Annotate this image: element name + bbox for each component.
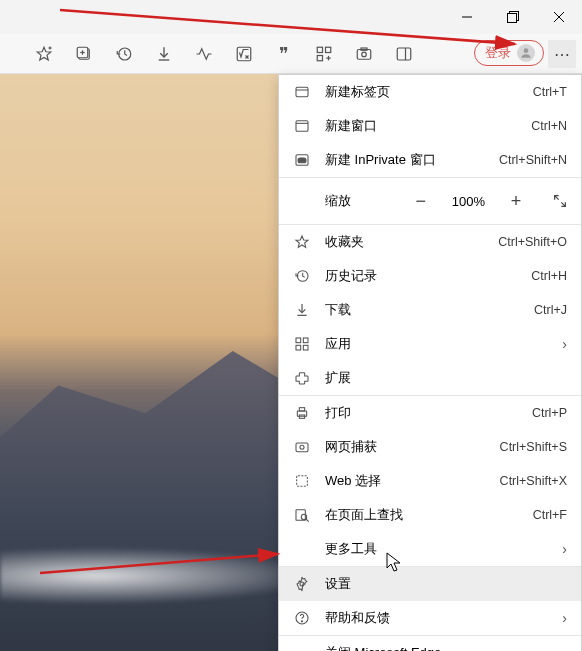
extension-icon — [293, 369, 311, 387]
apps-icon — [293, 335, 311, 353]
menu-print[interactable]: 打印 Ctrl+P — [279, 396, 581, 430]
svg-marker-5 — [37, 47, 51, 60]
svg-rect-2 — [508, 14, 517, 23]
menu-new-inprivate[interactable]: 新建 InPrivate 窗口 Ctrl+Shift+N — [279, 143, 581, 177]
settings-menu: 新建标签页 Ctrl+T 新建窗口 Ctrl+N 新建 InPrivate 窗口… — [278, 74, 582, 651]
help-icon — [293, 609, 311, 627]
menu-label: 新建窗口 — [325, 117, 531, 135]
sidebar-icon[interactable] — [394, 44, 414, 64]
menu-label: 下载 — [325, 301, 534, 319]
menu-label: 设置 — [325, 575, 567, 593]
apps-icon[interactable] — [314, 44, 334, 64]
svg-point-49 — [300, 445, 304, 449]
maximize-button[interactable] — [490, 0, 536, 34]
inprivate-icon — [293, 151, 311, 169]
menu-settings[interactable]: 设置 — [279, 567, 581, 601]
svg-point-24 — [362, 52, 367, 57]
svg-rect-34 — [298, 158, 306, 163]
menu-label: 新建 InPrivate 窗口 — [325, 151, 499, 169]
svg-rect-46 — [299, 408, 304, 411]
performance-icon[interactable] — [194, 44, 214, 64]
svg-rect-42 — [303, 338, 308, 343]
menu-find[interactable]: 在页面上查找 Ctrl+F — [279, 498, 581, 532]
chevron-right-icon: › — [562, 541, 567, 557]
screenshot-icon[interactable] — [354, 44, 374, 64]
history-icon[interactable] — [114, 44, 134, 64]
menu-apps[interactable]: 应用 › — [279, 327, 581, 361]
svg-rect-31 — [296, 121, 308, 132]
download-icon — [293, 301, 311, 319]
svg-rect-45 — [297, 411, 306, 416]
svg-rect-48 — [296, 443, 308, 452]
svg-rect-19 — [326, 47, 331, 52]
window-icon — [293, 117, 311, 135]
select-icon — [293, 472, 311, 490]
menu-web-capture[interactable]: 网页捕获 Ctrl+Shift+S — [279, 430, 581, 464]
svg-rect-26 — [397, 48, 411, 60]
menu-label: 网页捕获 — [325, 438, 500, 456]
avatar-icon — [517, 44, 535, 62]
svg-rect-29 — [296, 87, 308, 96]
chevron-right-icon: › — [562, 336, 567, 352]
menu-extensions[interactable]: 扩展 — [279, 361, 581, 395]
menu-label: 应用 — [325, 335, 562, 353]
menu-zoom-row: 缩放 − 100% + — [279, 178, 581, 224]
svg-rect-41 — [296, 338, 301, 343]
zoom-in-button[interactable]: + — [503, 188, 529, 214]
svg-rect-18 — [317, 47, 322, 52]
history-icon — [293, 267, 311, 285]
menu-help[interactable]: 帮助和反馈 › — [279, 601, 581, 635]
close-button[interactable] — [536, 0, 582, 34]
menu-label: 收藏夹 — [325, 233, 498, 251]
menu-label: 帮助和反馈 — [325, 609, 562, 627]
svg-rect-44 — [303, 345, 308, 350]
svg-rect-23 — [357, 49, 371, 59]
svg-rect-43 — [296, 345, 301, 350]
menu-new-tab[interactable]: 新建标签页 Ctrl+T — [279, 75, 581, 109]
collections-icon[interactable] — [74, 44, 94, 64]
menu-label: Web 选择 — [325, 472, 500, 490]
tab-icon — [293, 83, 311, 101]
menu-label: 在页面上查找 — [325, 506, 533, 524]
downloads-icon[interactable] — [154, 44, 174, 64]
zoom-value: 100% — [452, 194, 485, 209]
svg-marker-37 — [296, 236, 308, 247]
menu-downloads[interactable]: 下载 Ctrl+J — [279, 293, 581, 327]
menu-label: 历史记录 — [325, 267, 531, 285]
menu-new-window[interactable]: 新建窗口 Ctrl+N — [279, 109, 581, 143]
more-button[interactable]: ⋯ — [548, 40, 576, 68]
shortcut: Ctrl+H — [531, 269, 567, 283]
chevron-right-icon: › — [562, 610, 567, 626]
shortcut: Ctrl+P — [532, 406, 567, 420]
menu-label: 打印 — [325, 404, 532, 422]
zoom-label: 缩放 — [325, 192, 351, 210]
menu-favorites[interactable]: 收藏夹 Ctrl+Shift+O — [279, 225, 581, 259]
menu-label: 关闭 Microsoft Edge — [325, 644, 567, 651]
minimize-button[interactable] — [444, 0, 490, 34]
menu-close-edge[interactable]: 关闭 Microsoft Edge — [279, 636, 581, 651]
zoom-out-button[interactable]: − — [408, 188, 434, 214]
svg-point-56 — [301, 621, 302, 622]
svg-rect-50 — [297, 476, 308, 487]
menu-web-select[interactable]: Web 选择 Ctrl+Shift+X — [279, 464, 581, 498]
fullscreen-button[interactable] — [547, 188, 573, 214]
menu-history[interactable]: 历史记录 Ctrl+H — [279, 259, 581, 293]
shortcut: Ctrl+Shift+O — [498, 235, 567, 249]
shortcut: Ctrl+T — [533, 85, 567, 99]
find-icon — [293, 506, 311, 524]
menu-label: 更多工具 — [325, 540, 562, 558]
menu-label: 扩展 — [325, 369, 567, 387]
svg-line-53 — [306, 519, 309, 522]
shortcut: Ctrl+F — [533, 508, 567, 522]
menu-label: 新建标签页 — [325, 83, 533, 101]
svg-point-52 — [301, 514, 306, 519]
svg-point-28 — [524, 48, 529, 53]
titlebar — [0, 0, 582, 34]
print-icon — [293, 404, 311, 422]
toolbar: ❞ 登录 ⋯ — [0, 34, 582, 74]
math-icon[interactable] — [234, 44, 254, 64]
quote-icon[interactable]: ❞ — [274, 44, 294, 64]
login-button[interactable]: 登录 — [474, 40, 544, 66]
menu-more-tools[interactable]: 更多工具 › — [279, 532, 581, 566]
favorites-icon[interactable] — [34, 44, 54, 64]
